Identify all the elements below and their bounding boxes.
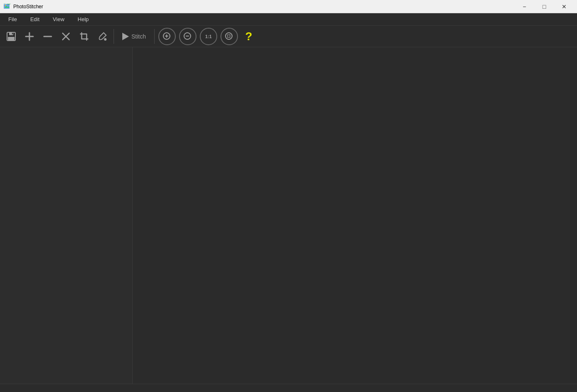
window-controls: − □ ✕ [515, 0, 574, 13]
zoom-fit-icon [224, 31, 234, 41]
status-bar [0, 384, 577, 392]
crop-icon [79, 31, 90, 42]
zoom-in-icon [162, 31, 172, 41]
svg-point-12 [104, 38, 107, 41]
menu-edit[interactable]: Edit [24, 15, 46, 24]
clear-button[interactable] [57, 28, 75, 45]
svg-rect-5 [8, 37, 15, 40]
svg-point-19 [225, 33, 232, 39]
add-button[interactable] [21, 28, 38, 45]
save-button[interactable] [2, 28, 20, 45]
menu-view[interactable]: View [46, 15, 71, 24]
remove-button[interactable] [39, 28, 56, 45]
clear-icon [61, 31, 71, 42]
zoom-out-icon [183, 31, 193, 41]
toolbar-separator-2 [154, 29, 155, 44]
toolbar-separator-1 [114, 29, 114, 44]
paint-icon [97, 31, 108, 42]
svg-rect-6 [12, 33, 13, 34]
zoom-out-button[interactable] [179, 28, 196, 45]
menu-bar: File Edit View Help [0, 13, 577, 26]
menu-file[interactable]: File [2, 15, 24, 24]
title-bar-left: PhotoStitcher [3, 3, 43, 10]
add-icon [24, 31, 35, 42]
menu-help[interactable]: Help [71, 15, 95, 24]
help-button[interactable]: ? [240, 28, 257, 45]
main-content [0, 47, 577, 384]
zoom-1to1-button[interactable]: 1:1 [200, 28, 217, 45]
stitch-label: Stitch [131, 33, 146, 40]
zoom-in-button[interactable] [158, 28, 176, 45]
toolbar: Stitch 1:1 ? [0, 26, 577, 47]
stitch-button[interactable]: Stitch [116, 28, 152, 45]
photo-panel [0, 47, 133, 384]
maximize-button[interactable]: □ [535, 0, 554, 13]
close-button[interactable]: ✕ [555, 0, 574, 13]
zoom-fit-button[interactable] [221, 28, 238, 45]
remove-icon [42, 31, 53, 42]
app-icon [3, 3, 11, 10]
title-bar: PhotoStitcher − □ ✕ [0, 0, 577, 13]
svg-line-13 [100, 33, 104, 36]
svg-point-2 [5, 5, 6, 6]
crop-button[interactable] [75, 28, 93, 45]
paint-button[interactable] [94, 28, 111, 45]
help-icon: ? [245, 30, 252, 43]
preview-panel [133, 47, 577, 384]
zoom-1to1-label: 1:1 [205, 34, 212, 39]
stitch-play-icon [122, 33, 129, 40]
save-icon [6, 31, 17, 42]
minimize-button[interactable]: − [515, 0, 534, 13]
app-title: PhotoStitcher [13, 4, 43, 10]
